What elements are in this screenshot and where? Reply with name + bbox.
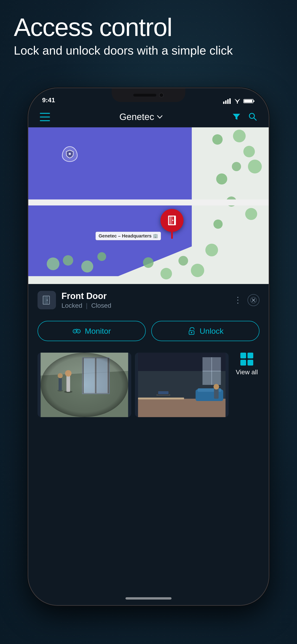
svg-rect-2	[227, 99, 228, 104]
map-tree-1	[233, 130, 246, 142]
svg-point-19	[47, 300, 48, 301]
map-tree-2	[212, 134, 223, 145]
svg-rect-7	[244, 100, 252, 102]
status-icons	[223, 98, 255, 104]
camera-1-image	[38, 353, 131, 417]
svg-rect-0	[223, 102, 224, 104]
door-status: Locked | Closed	[62, 302, 228, 309]
notch-speaker	[133, 94, 156, 96]
door-actions-right: ⋮	[234, 294, 260, 306]
door-pin-icon	[166, 214, 178, 227]
svg-rect-14	[170, 216, 173, 224]
nav-bar: Genetec	[28, 107, 269, 127]
door-info: Front Door Locked | Closed	[62, 291, 228, 309]
grid-cell-2	[248, 353, 253, 358]
map-tree-14	[143, 257, 154, 268]
building-icon: 🏢	[153, 233, 158, 238]
door-panel: Front Door Locked | Closed ⋮	[28, 284, 269, 316]
map-tree-18	[214, 220, 223, 229]
svg-rect-1	[225, 100, 226, 104]
door-map-pin[interactable]	[160, 209, 184, 239]
search-button[interactable]	[248, 112, 257, 122]
menu-button[interactable]	[40, 113, 50, 121]
map-tree-6	[216, 174, 227, 184]
more-options-button[interactable]: ⋮	[234, 295, 242, 305]
nav-title: Genetec	[54, 112, 227, 122]
svg-rect-55	[138, 398, 184, 400]
nav-actions	[232, 112, 257, 122]
camera-2-image	[135, 353, 228, 417]
monitor-label: Monitor	[85, 326, 111, 336]
door-status-sep: |	[86, 302, 88, 309]
map-tree-13	[160, 268, 172, 280]
filter-button[interactable]	[232, 112, 241, 122]
svg-point-30	[191, 332, 192, 333]
svg-point-46	[41, 353, 128, 417]
shield-icon	[66, 150, 74, 158]
svg-rect-56	[214, 388, 219, 399]
svg-rect-3	[229, 98, 231, 104]
door-locked-status: Locked	[62, 302, 82, 309]
svg-rect-60	[158, 391, 169, 394]
close-button[interactable]	[248, 294, 260, 306]
camera-thumb-2[interactable]	[135, 353, 228, 417]
action-buttons: Monitor Unlock	[28, 316, 269, 348]
phone-frame: 9:41	[28, 88, 269, 606]
grid-cell-1	[240, 353, 246, 358]
door-closed-status: Closed	[91, 302, 111, 309]
road-h	[28, 200, 269, 206]
map-tree-5	[248, 160, 262, 174]
door-icon-box	[38, 291, 56, 309]
monitor-button[interactable]: Monitor	[38, 321, 146, 341]
close-icon	[250, 297, 257, 303]
page-header: Access control Lock and unlock doors wit…	[14, 14, 283, 58]
map-tree-7	[47, 258, 60, 270]
page-title: Access control	[14, 14, 283, 40]
camera-thumb-1[interactable]	[38, 353, 131, 417]
phone-notch	[112, 88, 185, 102]
grid-cell-3	[240, 360, 246, 366]
grid-cell-4	[248, 360, 253, 366]
unlock-icon	[187, 326, 196, 335]
search-icon	[248, 112, 257, 121]
svg-point-57	[214, 384, 219, 390]
unlock-label: Unlock	[200, 326, 224, 336]
camera-section: View all	[28, 348, 269, 605]
map-tree-3	[243, 146, 255, 157]
map-tree-12	[178, 256, 188, 266]
map-tree-11	[191, 264, 204, 277]
map-container: Genetec – Headquarters 🏢	[28, 127, 269, 284]
map-tree-9	[81, 260, 93, 272]
filter-icon	[232, 112, 241, 121]
map-label: Genetec – Headquarters 🏢	[96, 232, 161, 240]
wifi-icon	[234, 98, 240, 104]
map-tree-10	[98, 252, 106, 261]
svg-line-9	[254, 118, 256, 120]
battery-icon	[243, 98, 255, 104]
view-all-label: View all	[236, 368, 258, 376]
unlock-button[interactable]: Unlock	[151, 321, 260, 341]
app-screen: 9:41	[28, 88, 269, 605]
notch-camera	[159, 93, 164, 98]
view-all-grid-icon	[240, 353, 253, 366]
dropdown-arrow-icon	[157, 115, 162, 119]
svg-rect-18	[44, 296, 45, 304]
door-pin-tail	[171, 232, 173, 239]
map-tree-4	[232, 162, 241, 171]
svg-point-27	[74, 330, 76, 332]
svg-point-10	[68, 153, 71, 155]
svg-rect-6	[254, 100, 254, 102]
binoculars-icon	[72, 326, 81, 335]
svg-point-28	[78, 330, 80, 332]
map-label-text: Genetec – Headquarters	[98, 233, 152, 238]
status-time: 9:41	[42, 96, 55, 104]
door-icon	[42, 295, 52, 305]
map-tree-15	[205, 244, 218, 256]
map-tree-8	[63, 255, 73, 266]
signal-icon	[223, 98, 232, 104]
view-all-button[interactable]: View all	[234, 353, 260, 376]
svg-rect-26	[76, 330, 77, 332]
nav-title-text: Genetec	[119, 112, 154, 122]
home-indicator	[126, 597, 172, 600]
page-subtitle: Lock and unlock doors with a simple clic…	[14, 43, 283, 58]
